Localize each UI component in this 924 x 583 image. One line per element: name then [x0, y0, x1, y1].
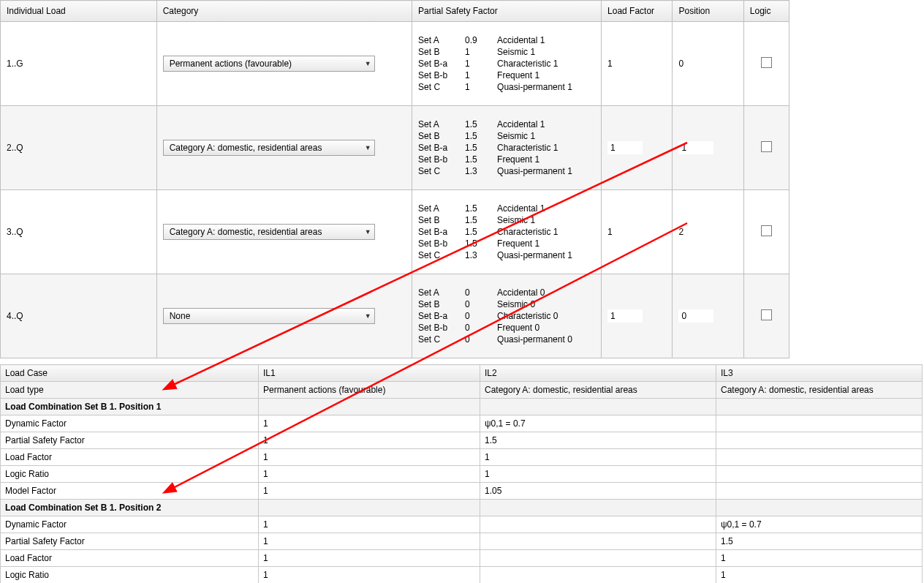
- chevron-down-icon: ▼: [365, 312, 371, 320]
- table-row[interactable]: 1..G Permanent actions (favourable) ▼ Se…: [1, 22, 789, 106]
- table-row[interactable]: Partial Safety Factor11.5: [1, 432, 923, 449]
- dropdown-value: Category A: domestic, residential areas: [170, 227, 322, 237]
- cell-category: Permanent actions (favourable) ▼: [156, 22, 412, 106]
- col-il2[interactable]: IL2: [480, 365, 716, 382]
- logic-checkbox[interactable]: [761, 225, 772, 236]
- load-factor-input[interactable]: 1: [607, 309, 643, 323]
- cell-load-factor: 1: [602, 190, 673, 274]
- table-row[interactable]: 3..Q Category A: domestic, residential a…: [1, 190, 789, 274]
- logic-checkbox[interactable]: [761, 57, 772, 68]
- dropdown-value: Category A: domestic, residential areas: [170, 143, 322, 153]
- cell-category: Category A: domestic, residential areas …: [156, 106, 412, 190]
- cell-il3: Category A: domestic, residential areas: [716, 382, 923, 399]
- table-row[interactable]: Load Factor11: [1, 550, 923, 567]
- section-title: Load Combination Set B 1. Position 2: [1, 500, 259, 516]
- col-individual-load[interactable]: Individual Load: [1, 1, 157, 22]
- cell-load-factor: 1: [602, 274, 673, 358]
- col-category[interactable]: Category: [156, 1, 412, 22]
- col-il1[interactable]: IL1: [259, 365, 480, 382]
- col-position[interactable]: Position: [673, 1, 743, 22]
- cell-category: Category A: domestic, residential areas …: [156, 190, 412, 274]
- cell-psf: Set A1.5Accidental 1 Set B1.5Seismic 1 S…: [412, 190, 602, 274]
- col-il3[interactable]: IL3: [716, 365, 923, 382]
- cell-position: 2: [673, 190, 743, 274]
- logic-checkbox[interactable]: [761, 309, 772, 320]
- col-load-factor[interactable]: Load Factor: [602, 1, 673, 22]
- cell-psf: Set A0.9Accidental 1 Set B1Seismic 1 Set…: [412, 22, 602, 106]
- cell-logic: [743, 274, 789, 358]
- table-row[interactable]: Partial Safety Factor11.5: [1, 533, 923, 550]
- upper-table-header: Individual Load Category Partial Safety …: [1, 1, 789, 22]
- cell-load-factor: 1: [602, 106, 673, 190]
- logic-checkbox[interactable]: [761, 141, 772, 152]
- cell-position: 0: [673, 274, 743, 358]
- cell-il1: Permanent actions (favourable): [259, 382, 480, 399]
- table-row[interactable]: 4..Q None ▼ Set A0Accidental 0 Set B0Sei…: [1, 274, 789, 358]
- table-row[interactable]: Dynamic Factor1ψ0,1 = 0.7: [1, 516, 923, 533]
- cell-individual-load: 3..Q: [1, 190, 157, 274]
- category-dropdown[interactable]: None ▼: [163, 308, 375, 324]
- table-row[interactable]: Dynamic Factor1ψ0,1 = 0.7: [1, 415, 923, 432]
- cell-individual-load: 4..Q: [1, 274, 157, 358]
- cell-load-factor: 1: [602, 22, 673, 106]
- individual-load-table: Individual Load Category Partial Safety …: [0, 0, 789, 358]
- load-factor-input[interactable]: 1: [607, 141, 643, 154]
- category-dropdown[interactable]: Category A: domestic, residential areas …: [163, 224, 375, 240]
- table-row[interactable]: Load Factor11: [1, 449, 923, 466]
- position-input[interactable]: 1: [678, 141, 713, 154]
- table-row[interactable]: Model Factor11.05: [1, 483, 923, 500]
- cell-position: 1: [673, 106, 743, 190]
- cell-logic: [743, 190, 789, 274]
- cell-position: 0: [673, 22, 743, 106]
- position-input[interactable]: 0: [678, 309, 713, 323]
- cell-psf: Set A0Accidental 0 Set B0Seismic 0 Set B…: [412, 274, 602, 358]
- dropdown-value: Permanent actions (favourable): [170, 59, 292, 69]
- chevron-down-icon: ▼: [365, 228, 371, 236]
- lower-table-header: Load Case IL1 IL2 IL3: [1, 365, 923, 382]
- col-load-case[interactable]: Load Case: [1, 365, 259, 382]
- section-title: Load Combination Set B 1. Position 1: [1, 399, 259, 415]
- col-logic[interactable]: Logic: [743, 1, 789, 22]
- chevron-down-icon: ▼: [365, 60, 371, 67]
- table-row[interactable]: 2..Q Category A: domestic, residential a…: [1, 106, 789, 190]
- combination-section-header[interactable]: Load Combination Set B 1. Position 2: [1, 500, 923, 516]
- col-psf[interactable]: Partial Safety Factor: [412, 1, 602, 22]
- load-combination-table: Load Case IL1 IL2 IL3 Load type Permanen…: [0, 364, 923, 583]
- category-dropdown[interactable]: Category A: domestic, residential areas …: [163, 140, 375, 156]
- dropdown-value: None: [170, 311, 191, 321]
- load-type-row[interactable]: Load type Permanent actions (favourable)…: [1, 382, 923, 399]
- table-row[interactable]: Logic Ratio11: [1, 567, 923, 584]
- cell-logic: [743, 106, 789, 190]
- cell-logic: [743, 22, 789, 106]
- cell-individual-load: 2..Q: [1, 106, 157, 190]
- cell-category: None ▼: [156, 274, 412, 358]
- combination-section-header[interactable]: Load Combination Set B 1. Position 1: [1, 399, 923, 415]
- upper-table-body: 1..G Permanent actions (favourable) ▼ Se…: [1, 22, 789, 358]
- table-row[interactable]: Logic Ratio11: [1, 466, 923, 483]
- cell-psf: Set A1.5Accidental 1 Set B1.5Seismic 1 S…: [412, 106, 602, 190]
- cell-individual-load: 1..G: [1, 22, 157, 106]
- category-dropdown[interactable]: Permanent actions (favourable) ▼: [163, 56, 375, 72]
- cell-label: Load type: [1, 382, 259, 399]
- chevron-down-icon: ▼: [365, 144, 371, 151]
- cell-il2: Category A: domestic, residential areas: [480, 382, 716, 399]
